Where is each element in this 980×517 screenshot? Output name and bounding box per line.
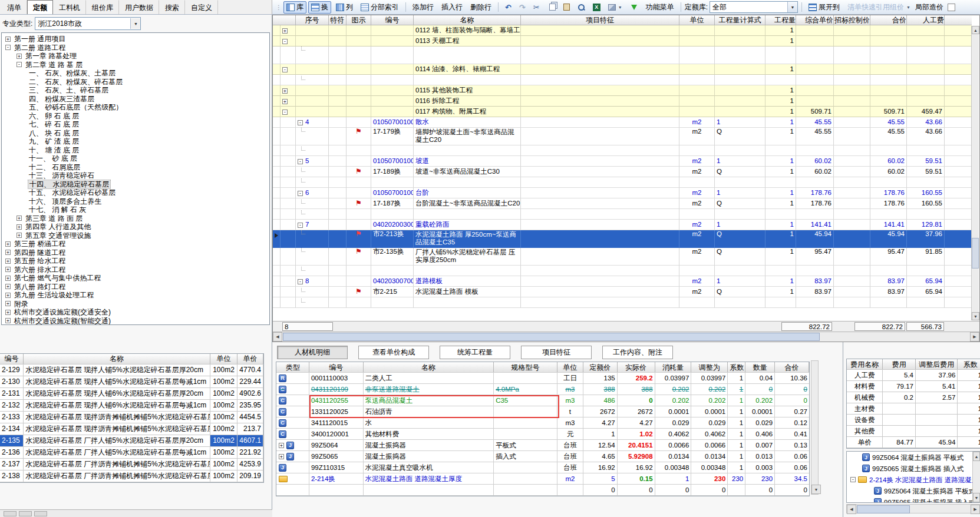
grid-row[interactable]: -4010507001001散水m21145.5545.5543.66 bbox=[273, 117, 979, 128]
cell-seq[interactable] bbox=[296, 145, 329, 156]
cell-name[interactable]: 水泥稳定碎石基层 现拌人铺5%水泥稳定碎石基层厚20cm bbox=[24, 364, 210, 376]
cell-base-price[interactable]: 1 bbox=[583, 429, 618, 439]
tree-item[interactable]: +第七册 燃气与集中供热工程 bbox=[2, 274, 269, 283]
cell-symbol[interactable] bbox=[329, 276, 347, 287]
cell-unit[interactable]: m2 bbox=[679, 128, 715, 145]
cell-name[interactable]: 坡道 bbox=[414, 156, 521, 167]
cell-total[interactable]: 0.06 bbox=[775, 451, 809, 462]
cell-type[interactable]: C bbox=[276, 384, 309, 395]
cell-unit[interactable]: 100m2 bbox=[210, 412, 237, 423]
cell-code[interactable]: 2-214换 bbox=[309, 473, 364, 484]
cell-price[interactable]: 60.02 bbox=[796, 156, 834, 167]
expand-toggle-icon[interactable]: - bbox=[298, 223, 303, 228]
menu-tab-dinge[interactable]: 定额 bbox=[27, 0, 53, 14]
cell-code[interactable]: 99Z5064 bbox=[309, 440, 364, 450]
cell-diagram[interactable] bbox=[347, 96, 371, 107]
cell-calc[interactable] bbox=[715, 177, 765, 188]
cell-type[interactable]: C bbox=[276, 417, 309, 428]
cell-consumption[interactable]: 0.0134 bbox=[655, 451, 692, 462]
cell-symbol[interactable] bbox=[329, 188, 347, 198]
cell-calc[interactable] bbox=[715, 75, 765, 85]
cell-diagram[interactable] bbox=[347, 107, 371, 117]
cell-labor[interactable] bbox=[907, 25, 945, 36]
cell-seq[interactable] bbox=[296, 248, 329, 266]
expand-toggle-icon[interactable]: + bbox=[17, 54, 22, 59]
vertical-scrollbar[interactable]: ▲ ▼ bbox=[972, 452, 980, 502]
excel-export-button[interactable]: X bbox=[590, 2, 603, 12]
cell-seq[interactable] bbox=[296, 96, 329, 107]
cell-feature[interactable] bbox=[521, 128, 679, 145]
cell-symbol[interactable] bbox=[329, 47, 347, 64]
cell-name[interactable]: 水泥稳定碎石基层 现拌人铺6%水泥稳定碎石基层每减1cm bbox=[24, 400, 210, 411]
tab-price-composition[interactable]: 查看单价构成 bbox=[358, 346, 429, 359]
cell-total[interactable] bbox=[870, 47, 907, 64]
cell-total[interactable]: 34.5 bbox=[775, 473, 809, 484]
cell-fee-name[interactable]: 其他费 bbox=[847, 426, 883, 436]
tree-item[interactable]: +第九册 生活垃圾处理工程 bbox=[2, 291, 269, 300]
cell-coefficient[interactable]: 1 bbox=[958, 381, 980, 392]
cell-code[interactable] bbox=[371, 47, 414, 64]
grid-row[interactable]: ⚑市2-135换厂拌人铺5%水泥稳定碎石基层 压实厚度250cmm2Q195.4… bbox=[273, 248, 979, 266]
cell-seq[interactable] bbox=[296, 36, 329, 47]
toolbar-grip[interactable]: ⋮ bbox=[276, 4, 281, 11]
cell-name[interactable] bbox=[414, 209, 521, 220]
cell-diagram[interactable] bbox=[347, 75, 371, 85]
cell-name[interactable]: 水泥混凝土路面 模板 bbox=[414, 287, 521, 297]
cell-fee[interactable]: 5.4 bbox=[883, 370, 916, 380]
cell-type[interactable]: C bbox=[276, 395, 309, 406]
cell-qty[interactable] bbox=[765, 47, 796, 64]
cell-qty[interactable]: 1 bbox=[765, 64, 796, 75]
cell-name[interactable]: 水泥稳定碎石基层 厂拌人铺5%水泥稳定碎石基层每减1cm bbox=[24, 447, 210, 458]
cell-total[interactable]: 45.55 bbox=[870, 117, 907, 128]
cell-bid-price[interactable] bbox=[834, 47, 870, 64]
cell-unit[interactable]: 100m2 bbox=[210, 423, 237, 435]
cell-expand[interactable] bbox=[281, 117, 296, 128]
grid-row[interactable]: -0114 油漆、涂料、裱糊工程1 bbox=[273, 64, 979, 75]
cell-actual-price[interactable]: 4.27 bbox=[618, 417, 655, 428]
cell-total[interactable] bbox=[870, 64, 907, 75]
tree-item[interactable]: -第二章 道 路 基 层 bbox=[2, 61, 269, 69]
cell-total[interactable]: 0 bbox=[775, 395, 809, 406]
cell-total[interactable] bbox=[870, 25, 907, 36]
cell-spec[interactable] bbox=[494, 429, 557, 439]
scroll-down-icon[interactable]: ▼ bbox=[811, 485, 821, 494]
cell-spec[interactable] bbox=[494, 417, 557, 428]
cell-price[interactable] bbox=[796, 266, 834, 276]
cell-price[interactable]: 95.47 bbox=[796, 248, 834, 266]
cell-unit[interactable] bbox=[679, 85, 715, 96]
cell-price[interactable]: 4902.6 bbox=[237, 388, 263, 399]
expand-toggle-icon[interactable]: + bbox=[17, 224, 22, 230]
cell-coefficient[interactable]: 1 bbox=[728, 406, 745, 417]
cell-labor[interactable]: 65.94 bbox=[907, 276, 945, 287]
cell-fee[interactable] bbox=[883, 415, 916, 425]
grid-row[interactable]: -0117 构筑物、附属工程1509.71509.71459.47 bbox=[273, 107, 979, 117]
add-row-button[interactable]: 添加行 bbox=[410, 1, 437, 14]
cell-quantity[interactable]: 0.007 bbox=[745, 440, 775, 450]
cell-qty[interactable]: 1 bbox=[765, 117, 796, 128]
cell-name[interactable]: 水 bbox=[364, 417, 494, 428]
cell-code[interactable] bbox=[371, 36, 414, 47]
cell-seq[interactable] bbox=[296, 198, 329, 209]
chevron-down-icon[interactable]: ▼ bbox=[787, 2, 797, 12]
cell-qty[interactable]: 1 bbox=[765, 276, 796, 287]
expand-toggle-icon[interactable]: - bbox=[850, 477, 856, 482]
cell-feature[interactable] bbox=[521, 85, 679, 96]
cell-consumption[interactable]: 0 bbox=[655, 485, 692, 495]
cell-code[interactable] bbox=[371, 25, 414, 36]
table-row[interactable]: +J99Z5065混凝土振捣器插入式台班4.655.929080.01340.0… bbox=[276, 451, 809, 462]
cell-price[interactable] bbox=[796, 25, 834, 36]
tree-item[interactable]: 六、 卵 石 底 层 bbox=[2, 112, 269, 121]
expand-to-button[interactable]: 展开到 bbox=[806, 1, 843, 14]
find-button[interactable] bbox=[575, 2, 588, 12]
cell-code[interactable]: 040203007002 bbox=[371, 276, 414, 287]
cell-adjusted-fee[interactable]: 2.57 bbox=[916, 392, 958, 403]
cell-name[interactable]: 台阶混凝土~非泵送商品混凝土C20 bbox=[414, 198, 521, 209]
cell-seq[interactable] bbox=[296, 25, 329, 36]
cell-calc[interactable] bbox=[715, 297, 765, 308]
tree-item[interactable]: +杭州市交通设施定额(交通安全) bbox=[2, 308, 269, 317]
cell-code[interactable]: 2-136 bbox=[0, 447, 24, 458]
tab-project-feature[interactable]: 项目特征 bbox=[521, 346, 592, 359]
cell-calc[interactable]: 1 bbox=[715, 220, 765, 230]
cell-code[interactable]: 市2-213换 bbox=[371, 230, 414, 248]
table-row[interactable]: 2-135水泥稳定碎石基层 厂拌人铺5%水泥稳定碎石基层厚20cm100m246… bbox=[0, 435, 263, 447]
